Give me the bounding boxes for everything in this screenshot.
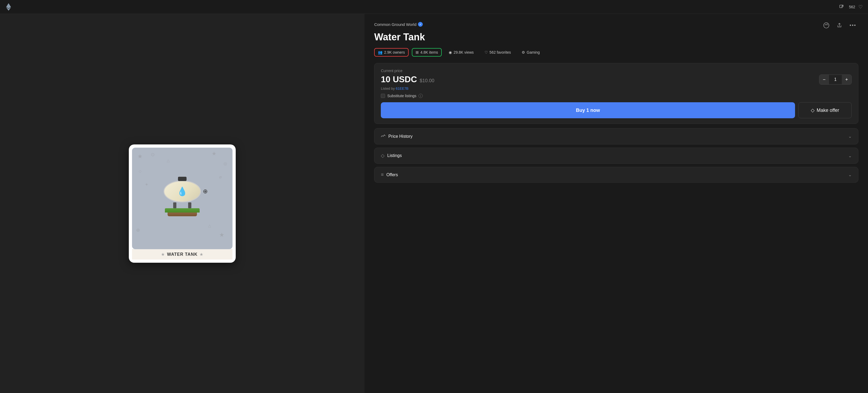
share-button[interactable] (835, 22, 844, 29)
listings-left: ◇ Listings (381, 153, 402, 159)
right-panel: Common Ground World ✓ (365, 14, 868, 393)
top-bar-left (5, 4, 12, 10)
listed-by-label: Listed by (381, 87, 395, 91)
nft-card-image: ★ ⊙ △ ★ ◎ ◇ ⊕ ★ △ ⌀ ◈ (132, 148, 232, 249)
quantity-control: − 1 + (819, 74, 852, 85)
main-content: ★ ⊙ △ ★ ◎ ◇ ⊕ ★ △ ⌀ ◈ (0, 14, 868, 393)
action-row: Buy 1 now ◇ Make offer (381, 102, 852, 118)
opensea-icon-button[interactable] (821, 21, 831, 29)
price-history-chevron-icon: ⌄ (848, 134, 852, 139)
offers-label: Offers (386, 172, 398, 177)
quantity-increase-button[interactable]: + (842, 75, 851, 85)
eye-icon: ◉ (449, 50, 452, 55)
verified-badge-icon: ✓ (418, 22, 423, 27)
gamepad-icon: ⚙ (522, 50, 525, 55)
nft-card: ★ ⊙ △ ★ ◎ ◇ ⊕ ★ △ ⌀ ◈ (129, 144, 236, 263)
offers-list-icon: ≡ (381, 172, 384, 177)
people-icon: 👥 (378, 50, 382, 55)
price-label: Current price (381, 69, 434, 73)
top-bar: 562 ♡ (0, 0, 868, 14)
owners-label: 2.9K owners (384, 50, 405, 55)
nft-card-title: WATER TANK (167, 252, 197, 257)
top-right-icons: ••• (821, 21, 858, 29)
substitute-checkbox[interactable] (381, 94, 385, 98)
price-history-left: Price History (381, 133, 413, 139)
stats-row: 👥 2.9K owners ⊞ 4.8K items ◉ 29.8K views… (374, 48, 858, 57)
price-section: Current price 10 USDC $10.00 Listed by 6… (374, 63, 858, 124)
eth-logo-icon (5, 4, 12, 10)
price-history-section[interactable]: Price History ⌄ (374, 128, 858, 144)
offers-section[interactable]: ≡ Offers ⌄ (374, 167, 858, 183)
offers-chevron-icon: ⌄ (848, 172, 852, 177)
substitute-info-icon[interactable]: i (418, 94, 423, 98)
listings-chevron-icon: ⌄ (848, 153, 852, 158)
external-link-button[interactable] (837, 4, 846, 10)
buy-now-button[interactable]: Buy 1 now (381, 102, 795, 118)
listings-tag-icon: ◇ (381, 153, 384, 159)
quantity-input[interactable]: 1 (829, 75, 842, 84)
listings-label: Listings (387, 153, 402, 158)
heart-icon: ♡ (485, 50, 488, 55)
favorites-stat: ♡ 562 favorites (481, 48, 515, 57)
nft-title: Water Tank (374, 32, 858, 43)
collection-name-row: Common Ground World ✓ (374, 22, 423, 27)
listed-by: Listed by 61EE7B (381, 87, 434, 91)
views-label: 29.8K views (454, 50, 473, 55)
price-history-label: Price History (388, 134, 413, 139)
left-panel: ★ ⊙ △ ★ ◎ ◇ ⊕ ★ △ ⌀ ◈ (0, 14, 365, 393)
listed-by-address[interactable]: 61EE7B (396, 87, 409, 91)
make-offer-label: Make offer (817, 107, 839, 113)
listings-section[interactable]: ◇ Listings ⌄ (374, 148, 858, 164)
chart-icon (381, 133, 385, 139)
views-stat: ◉ 29.8K views (445, 48, 477, 57)
owners-stat[interactable]: 👥 2.9K owners (374, 48, 409, 57)
make-offer-button[interactable]: ◇ Make offer (798, 102, 852, 118)
offers-left: ≡ Offers (381, 172, 398, 177)
nft-card-label: ★ WATER TANK ★ (132, 249, 232, 260)
price-usd: $10.00 (420, 78, 434, 84)
items-stat[interactable]: ⊞ 4.8K items (412, 48, 442, 57)
star-right-icon: ★ (199, 252, 204, 257)
count-badge: 562 (849, 5, 855, 9)
substitute-label: Substitute listings (387, 94, 416, 98)
substitute-row: Substitute listings i (381, 94, 852, 98)
category-stat: ⚙ Gaming (518, 48, 544, 57)
collection-name-text: Common Ground World (374, 22, 416, 27)
top-bar-right: 562 ♡ (837, 4, 863, 10)
items-label: 4.8K items (421, 50, 438, 55)
price-main: 10 USDC $10.00 (381, 74, 434, 85)
category-label: Gaming (527, 50, 540, 55)
star-left-icon: ★ (161, 252, 165, 257)
favorite-button[interactable]: ♡ (858, 4, 863, 10)
price-row: Current price 10 USDC $10.00 Listed by 6… (381, 69, 852, 91)
quantity-decrease-button[interactable]: − (819, 75, 829, 85)
nft-tank-scene: 💧 ⊕ (163, 181, 201, 216)
svg-point-1 (824, 23, 829, 28)
favorites-label: 562 favorites (490, 50, 511, 55)
price-value: 10 USDC (381, 74, 417, 85)
more-menu-button[interactable]: ••• (847, 22, 858, 29)
grid-icon: ⊞ (415, 50, 419, 55)
tag-icon: ◇ (811, 107, 814, 113)
